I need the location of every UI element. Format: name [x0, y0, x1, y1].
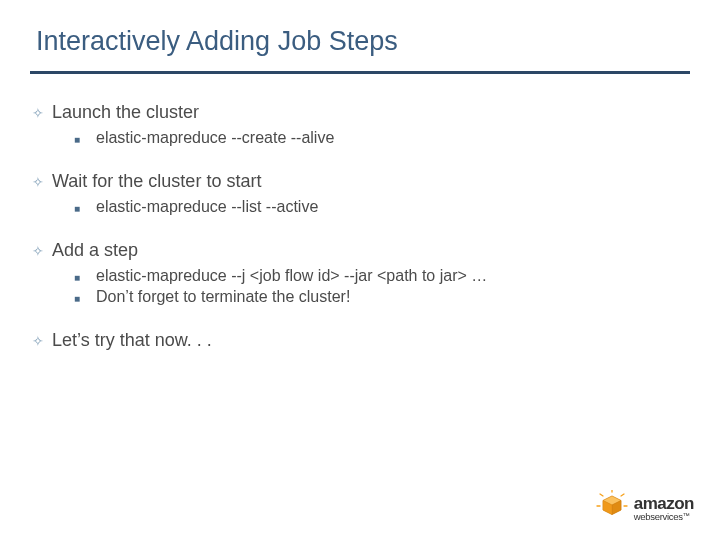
square-icon: ■: [74, 198, 96, 214]
aws-logo: amazon webservices™: [594, 490, 694, 526]
bullet-text: Launch the cluster: [52, 102, 690, 123]
diamond-icon: ✧: [30, 102, 52, 121]
slide-content: ✧ Launch the cluster ■ elastic-mapreduce…: [30, 74, 690, 351]
bullet-l1: ✧ Launch the cluster: [30, 102, 690, 123]
diamond-icon: ✧: [30, 171, 52, 190]
slide-title: Interactively Adding Job Steps: [30, 18, 690, 74]
logo-amazon-text: amazon: [634, 495, 694, 512]
bullet-text: elastic-mapreduce --list --active: [96, 198, 690, 216]
bullet-l2: ■ elastic-mapreduce --j <job flow id> --…: [74, 267, 690, 285]
bullet-text: Add a step: [52, 240, 690, 261]
aws-logo-text: amazon webservices™: [634, 495, 694, 522]
svg-line-1: [600, 494, 603, 496]
bullet-l1: ✧ Let’s try that now. . .: [30, 330, 690, 351]
square-icon: ■: [74, 129, 96, 145]
bullet-group: ✧ Wait for the cluster to start ■ elasti…: [30, 171, 690, 216]
bullet-l2: ■ Don’t forget to terminate the cluster!: [74, 288, 690, 306]
bullet-text: elastic-mapreduce --j <job flow id> --ja…: [96, 267, 690, 285]
square-icon: ■: [74, 267, 96, 283]
bullet-l1: ✧ Add a step: [30, 240, 690, 261]
bullet-group: ✧ Launch the cluster ■ elastic-mapreduce…: [30, 102, 690, 147]
bullet-l1: ✧ Wait for the cluster to start: [30, 171, 690, 192]
bullet-group: ✧ Let’s try that now. . .: [30, 330, 690, 351]
bullet-text: Wait for the cluster to start: [52, 171, 690, 192]
diamond-icon: ✧: [30, 330, 52, 349]
bullet-text: elastic-mapreduce --create --alive: [96, 129, 690, 147]
aws-cube-icon: [594, 490, 630, 526]
bullet-text: Don’t forget to terminate the cluster!: [96, 288, 690, 306]
square-icon: ■: [74, 288, 96, 304]
diamond-icon: ✧: [30, 240, 52, 259]
bullet-text: Let’s try that now. . .: [52, 330, 690, 351]
bullet-l2: ■ elastic-mapreduce --create --alive: [74, 129, 690, 147]
bullet-l2: ■ elastic-mapreduce --list --active: [74, 198, 690, 216]
svg-line-2: [621, 494, 624, 496]
bullet-group: ✧ Add a step ■ elastic-mapreduce --j <jo…: [30, 240, 690, 306]
logo-webservices-text: webservices™: [634, 512, 694, 522]
